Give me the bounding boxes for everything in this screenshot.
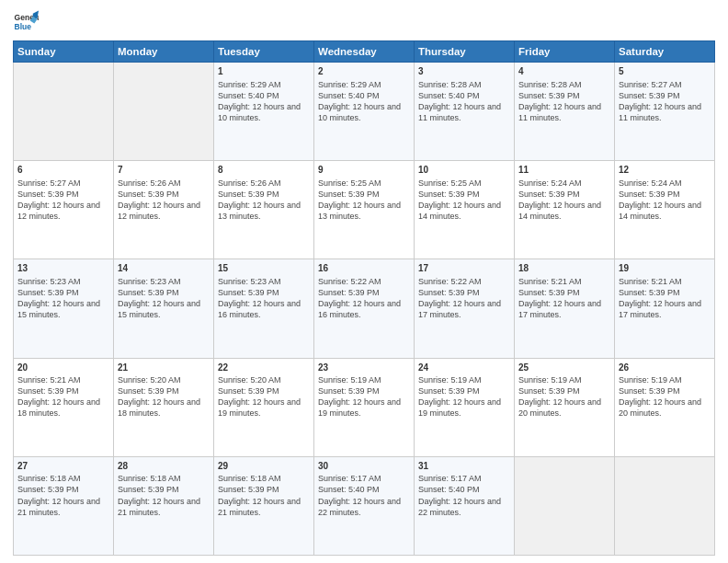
day-info: Sunrise: 5:19 AM Sunset: 5:39 PM Dayligh… [518,374,610,419]
day-number: 5 [619,65,711,78]
day-number: 2 [318,65,410,78]
day-number: 28 [118,460,210,473]
calendar-table: SundayMondayTuesdayWednesdayThursdayFrid… [13,40,715,556]
day-number: 11 [518,164,610,177]
day-number: 12 [619,164,711,177]
day-info: Sunrise: 5:18 AM Sunset: 5:39 PM Dayligh… [118,473,210,518]
day-number: 19 [619,262,711,275]
day-number: 10 [418,164,510,177]
day-number: 25 [518,362,610,374]
calendar-cell: 9Sunrise: 5:25 AM Sunset: 5:39 PM Daylig… [314,161,415,259]
day-info: Sunrise: 5:18 AM Sunset: 5:39 PM Dayligh… [218,473,310,518]
calendar-cell: 19Sunrise: 5:21 AM Sunset: 5:39 PM Dayli… [615,259,715,358]
weekday-header-friday: Friday [515,41,615,63]
day-number: 31 [418,460,510,473]
day-number: 22 [218,362,310,374]
calendar-cell: 29Sunrise: 5:18 AM Sunset: 5:39 PM Dayli… [214,456,314,555]
calendar-cell: 8Sunrise: 5:26 AM Sunset: 5:39 PM Daylig… [214,161,314,259]
week-row-3: 13Sunrise: 5:23 AM Sunset: 5:39 PM Dayli… [14,259,715,358]
day-info: Sunrise: 5:21 AM Sunset: 5:39 PM Dayligh… [17,374,109,419]
day-info: Sunrise: 5:28 AM Sunset: 5:40 PM Dayligh… [418,79,510,124]
calendar-cell: 22Sunrise: 5:20 AM Sunset: 5:39 PM Dayli… [214,358,314,456]
day-number: 24 [418,362,510,374]
day-number: 23 [318,362,410,374]
day-number: 6 [17,164,109,177]
day-info: Sunrise: 5:19 AM Sunset: 5:39 PM Dayligh… [318,374,410,419]
day-number: 26 [619,362,711,374]
week-row-4: 20Sunrise: 5:21 AM Sunset: 5:39 PM Dayli… [14,358,715,456]
calendar-body: 1Sunrise: 5:29 AM Sunset: 5:40 PM Daylig… [14,63,715,556]
day-number: 21 [118,362,210,374]
day-info: Sunrise: 5:25 AM Sunset: 5:39 PM Dayligh… [318,178,410,223]
calendar-cell: 31Sunrise: 5:17 AM Sunset: 5:40 PM Dayli… [415,456,515,555]
day-number: 16 [318,262,410,275]
day-info: Sunrise: 5:18 AM Sunset: 5:39 PM Dayligh… [17,473,109,518]
calendar-cell: 15Sunrise: 5:23 AM Sunset: 5:39 PM Dayli… [214,259,314,358]
day-info: Sunrise: 5:17 AM Sunset: 5:40 PM Dayligh… [418,473,510,518]
day-info: Sunrise: 5:24 AM Sunset: 5:39 PM Dayligh… [619,178,711,223]
week-row-5: 27Sunrise: 5:18 AM Sunset: 5:39 PM Dayli… [14,456,715,555]
day-info: Sunrise: 5:26 AM Sunset: 5:39 PM Dayligh… [218,178,310,223]
day-info: Sunrise: 5:21 AM Sunset: 5:39 PM Dayligh… [518,276,610,321]
calendar-cell: 20Sunrise: 5:21 AM Sunset: 5:39 PM Dayli… [14,358,114,456]
day-info: Sunrise: 5:23 AM Sunset: 5:39 PM Dayligh… [118,276,210,321]
calendar-cell: 4Sunrise: 5:28 AM Sunset: 5:39 PM Daylig… [515,63,615,161]
calendar-cell: 7Sunrise: 5:26 AM Sunset: 5:39 PM Daylig… [114,161,214,259]
calendar-cell [14,63,114,161]
day-info: Sunrise: 5:23 AM Sunset: 5:39 PM Dayligh… [17,276,109,321]
calendar-cell: 3Sunrise: 5:28 AM Sunset: 5:40 PM Daylig… [415,63,515,161]
day-info: Sunrise: 5:29 AM Sunset: 5:40 PM Dayligh… [318,79,410,124]
calendar-cell: 14Sunrise: 5:23 AM Sunset: 5:39 PM Dayli… [114,259,214,358]
day-number: 8 [218,164,310,177]
day-info: Sunrise: 5:24 AM Sunset: 5:39 PM Dayligh… [518,178,610,223]
day-number: 20 [17,362,109,374]
calendar-cell: 30Sunrise: 5:17 AM Sunset: 5:40 PM Dayli… [314,456,415,555]
calendar-cell [615,456,715,555]
day-number: 1 [218,65,310,78]
day-info: Sunrise: 5:27 AM Sunset: 5:39 PM Dayligh… [619,79,711,124]
day-number: 15 [218,262,310,275]
calendar-cell: 5Sunrise: 5:27 AM Sunset: 5:39 PM Daylig… [615,63,715,161]
calendar-header: SundayMondayTuesdayWednesdayThursdayFrid… [14,41,715,63]
calendar-cell: 24Sunrise: 5:19 AM Sunset: 5:39 PM Dayli… [415,358,515,456]
day-info: Sunrise: 5:17 AM Sunset: 5:40 PM Dayligh… [318,473,410,518]
day-info: Sunrise: 5:29 AM Sunset: 5:40 PM Dayligh… [218,79,310,124]
calendar-cell: 11Sunrise: 5:24 AM Sunset: 5:39 PM Dayli… [515,161,615,259]
day-number: 13 [17,262,109,275]
page: General Blue SundayMondayTuesdayWednesda… [0,0,728,563]
week-row-2: 6Sunrise: 5:27 AM Sunset: 5:39 PM Daylig… [14,161,715,259]
calendar-cell: 12Sunrise: 5:24 AM Sunset: 5:39 PM Dayli… [615,161,715,259]
calendar-cell: 26Sunrise: 5:19 AM Sunset: 5:39 PM Dayli… [615,358,715,456]
calendar-cell [114,63,214,161]
calendar-cell: 17Sunrise: 5:22 AM Sunset: 5:39 PM Dayli… [415,259,515,358]
weekday-header-sunday: Sunday [14,41,114,63]
calendar-cell: 28Sunrise: 5:18 AM Sunset: 5:39 PM Dayli… [114,456,214,555]
day-info: Sunrise: 5:19 AM Sunset: 5:39 PM Dayligh… [619,374,711,419]
day-info: Sunrise: 5:22 AM Sunset: 5:39 PM Dayligh… [318,276,410,321]
weekday-header-tuesday: Tuesday [214,41,314,63]
day-info: Sunrise: 5:25 AM Sunset: 5:39 PM Dayligh… [418,178,510,223]
calendar-cell: 25Sunrise: 5:19 AM Sunset: 5:39 PM Dayli… [515,358,615,456]
day-info: Sunrise: 5:28 AM Sunset: 5:39 PM Dayligh… [518,79,610,124]
week-row-1: 1Sunrise: 5:29 AM Sunset: 5:40 PM Daylig… [14,63,715,161]
calendar-cell: 13Sunrise: 5:23 AM Sunset: 5:39 PM Dayli… [14,259,114,358]
day-number: 17 [418,262,510,275]
weekday-header-monday: Monday [114,41,214,63]
logo: General Blue [13,9,39,35]
day-info: Sunrise: 5:21 AM Sunset: 5:39 PM Dayligh… [619,276,711,321]
day-info: Sunrise: 5:27 AM Sunset: 5:39 PM Dayligh… [17,178,109,223]
day-info: Sunrise: 5:26 AM Sunset: 5:39 PM Dayligh… [118,178,210,223]
calendar-cell: 2Sunrise: 5:29 AM Sunset: 5:40 PM Daylig… [314,63,415,161]
header: General Blue [13,9,715,35]
day-info: Sunrise: 5:19 AM Sunset: 5:39 PM Dayligh… [418,374,510,419]
day-info: Sunrise: 5:20 AM Sunset: 5:39 PM Dayligh… [218,374,310,419]
svg-text:Blue: Blue [15,22,32,31]
calendar-cell: 27Sunrise: 5:18 AM Sunset: 5:39 PM Dayli… [14,456,114,555]
day-info: Sunrise: 5:20 AM Sunset: 5:39 PM Dayligh… [118,374,210,419]
calendar-cell: 16Sunrise: 5:22 AM Sunset: 5:39 PM Dayli… [314,259,415,358]
day-number: 29 [218,460,310,473]
day-number: 14 [118,262,210,275]
day-info: Sunrise: 5:23 AM Sunset: 5:39 PM Dayligh… [218,276,310,321]
day-number: 9 [318,164,410,177]
calendar-cell: 21Sunrise: 5:20 AM Sunset: 5:39 PM Dayli… [114,358,214,456]
